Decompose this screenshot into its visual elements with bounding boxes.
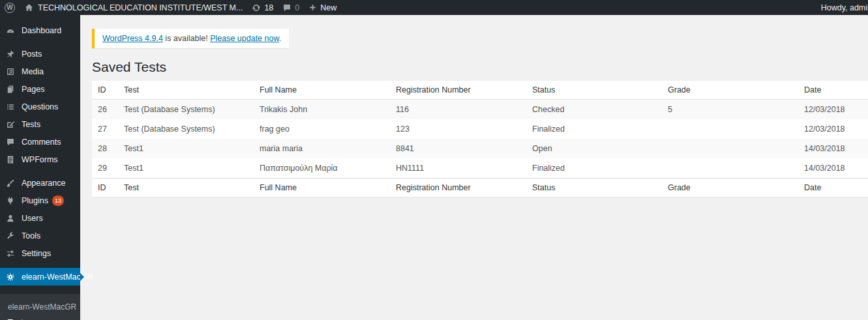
updates-button[interactable]: 18 xyxy=(247,0,278,15)
cell-grade: 5 xyxy=(662,100,798,120)
column-header-grade: Grade xyxy=(662,81,798,100)
admin-sidebar: Dashboard Posts Media Pages Questions Te… xyxy=(0,15,80,320)
cell-full-name: Παπατσιμούλη Μαρία xyxy=(254,158,390,179)
cell-date: 12/03/2018 xyxy=(798,100,868,120)
column-footer-registration-number: Registration Number xyxy=(390,179,526,197)
edit-pencil-icon xyxy=(5,119,16,130)
sidebar-item-comments[interactable]: Comments xyxy=(0,133,80,151)
list-icon xyxy=(5,102,16,112)
column-header-full-name: Full Name xyxy=(254,81,390,100)
column-footer-grade: Grade xyxy=(662,179,798,197)
sidebar-item-settings[interactable]: Settings xyxy=(0,244,80,262)
plus-icon xyxy=(308,3,317,12)
cell-id: 28 xyxy=(92,139,118,158)
column-header-id: ID xyxy=(92,81,118,100)
sidebar-item-label: Tests xyxy=(22,120,40,129)
sidebar-item-label: Tools xyxy=(22,231,40,240)
wordpress-logo-icon: W xyxy=(5,3,15,13)
notice-text: is available! xyxy=(163,34,210,43)
plugins-update-badge: 13 xyxy=(52,196,64,206)
site-link[interactable]: TECHNOLOGICAL EDUCATION INSTITUTE/WEST M… xyxy=(20,0,247,15)
cell-test-link[interactable]: Test1 xyxy=(118,158,254,179)
cell-status: Finalized xyxy=(526,119,662,139)
admin-menu: Dashboard Posts Media Pages Questions Te… xyxy=(0,15,80,285)
notice-period: . xyxy=(279,34,281,43)
sidebar-item-pages[interactable]: Pages xyxy=(0,80,80,98)
sidebar-item-questions[interactable]: Questions xyxy=(0,98,80,115)
comment-bubble-icon xyxy=(5,137,16,147)
cell-registration-number: HN1111 xyxy=(390,158,526,179)
column-footer-status: Status xyxy=(526,179,662,197)
cell-registration-number: 8841 xyxy=(390,139,526,158)
cell-status: Finalized xyxy=(526,158,662,179)
cell-status: Open xyxy=(526,139,662,158)
table-row: 28 Test1 maria maria 8841 Open 14/03/201… xyxy=(92,139,868,158)
cell-full-name: frag geo xyxy=(254,119,390,139)
sidebar-item-elearn-westmacgr[interactable]: elearn-WestMacGR xyxy=(0,268,80,285)
update-icon xyxy=(252,3,261,12)
new-button[interactable]: New xyxy=(304,0,341,15)
table-header: ID Test Full Name Registration Number St… xyxy=(92,81,868,100)
sliders-icon xyxy=(5,248,16,259)
howdy-account[interactable]: Howdy, admin xyxy=(821,0,868,15)
wordpress-version-link[interactable]: WordPress 4.9.4 xyxy=(102,34,163,43)
wordpress-logo-menu[interactable]: W xyxy=(0,0,20,15)
column-header-status: Status xyxy=(526,81,662,100)
sidebar-item-plugins[interactable]: Plugins 13 xyxy=(0,192,80,209)
sidebar-item-label: elearn-WestMacGR xyxy=(22,272,93,282)
sidebar-item-users[interactable]: Users xyxy=(0,209,80,227)
update-count: 18 xyxy=(264,3,273,12)
cell-test-link[interactable]: Test (Database Systems) xyxy=(118,100,254,120)
cell-grade xyxy=(662,139,798,158)
table-row: 29 Test1 Παπατσιμούλη Μαρία HN1111 Final… xyxy=(92,158,868,179)
cell-full-name: Trikakis John xyxy=(254,100,390,120)
update-now-link[interactable]: Please update now xyxy=(210,34,279,43)
submenu-item-tests[interactable]: Tests xyxy=(8,315,80,320)
pages-icon xyxy=(5,84,16,95)
sidebar-item-media[interactable]: Media xyxy=(0,63,80,80)
sidebar-item-label: Dashboard xyxy=(22,26,61,35)
column-footer-test: Test xyxy=(118,179,254,197)
page-title: Saved Tests xyxy=(92,59,868,75)
cell-registration-number: 116 xyxy=(390,100,526,120)
home-icon xyxy=(24,3,34,12)
sidebar-item-label: Users xyxy=(22,214,43,223)
paintbrush-icon xyxy=(5,178,16,188)
form-icon xyxy=(5,154,16,165)
update-notice: WordPress 4.9.4 is available! Please upd… xyxy=(92,29,289,48)
sidebar-item-wpforms[interactable]: WPForms xyxy=(0,151,80,168)
elearn-submenu: elearn-WestMacGR Tests xyxy=(0,294,80,320)
saved-tests-table: ID Test Full Name Registration Number St… xyxy=(92,81,868,197)
cell-test-link[interactable]: Test (Database Systems) xyxy=(118,119,254,139)
plug-icon xyxy=(5,196,16,206)
sidebar-item-label: Plugins xyxy=(22,196,48,205)
sidebar-item-label: Media xyxy=(22,67,44,76)
comment-bubble-icon xyxy=(282,3,292,12)
new-label: New xyxy=(320,3,337,12)
pushpin-icon xyxy=(5,49,16,59)
gear-icon xyxy=(5,272,16,282)
user-icon xyxy=(5,213,16,224)
sidebar-item-appearance[interactable]: Appearance xyxy=(0,174,80,192)
sidebar-item-label: WPForms xyxy=(22,155,58,164)
cell-test-link[interactable]: Test1 xyxy=(118,139,254,158)
media-note-icon xyxy=(5,66,16,77)
sidebar-item-posts[interactable]: Posts xyxy=(0,45,80,63)
column-header-test: Test xyxy=(118,81,254,100)
cell-date: 14/03/2018 xyxy=(798,139,868,158)
column-footer-full-name: Full Name xyxy=(254,179,390,197)
sidebar-item-dashboard[interactable]: Dashboard xyxy=(0,22,80,39)
comments-button[interactable]: 0 xyxy=(278,0,304,15)
column-footer-date: Date xyxy=(798,179,868,197)
wrench-icon xyxy=(5,231,16,241)
sidebar-item-tools[interactable]: Tools xyxy=(0,227,80,244)
sidebar-item-label: Pages xyxy=(22,85,44,94)
table-footer: ID Test Full Name Registration Number St… xyxy=(92,179,868,197)
cell-grade xyxy=(662,158,798,179)
submenu-item-elearn-westmacgr[interactable]: elearn-WestMacGR xyxy=(8,299,80,315)
cell-registration-number: 123 xyxy=(390,119,526,139)
sidebar-item-tests[interactable]: Tests xyxy=(0,115,80,133)
sidebar-item-label: Appearance xyxy=(22,179,65,188)
cell-id: 26 xyxy=(92,100,118,120)
cell-id: 29 xyxy=(92,158,118,179)
